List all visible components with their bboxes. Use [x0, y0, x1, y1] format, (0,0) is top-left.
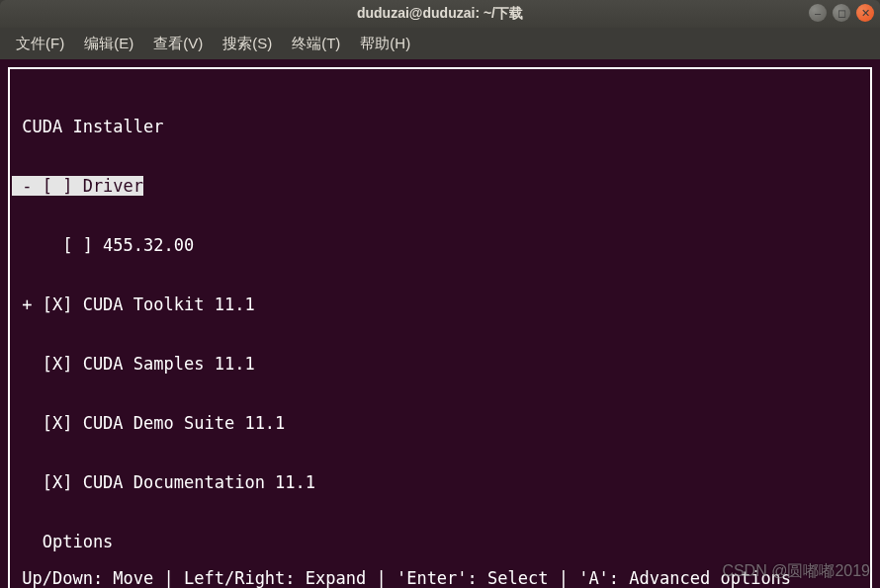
item-cuda-samples[interactable]: [X] CUDA Samples 11.1 — [12, 354, 868, 374]
terminal-area[interactable]: CUDA Installer - [ ] Driver [ ] 455.32.0… — [0, 59, 880, 588]
close-icon[interactable]: ✕ — [856, 4, 874, 22]
item-options[interactable]: Options — [12, 532, 868, 551]
item-driver-version[interactable]: [ ] 455.32.00 — [12, 235, 868, 255]
item-cuda-toolkit[interactable]: + [X] CUDA Toolkit 11.1 — [12, 294, 868, 314]
installer-frame: CUDA Installer - [ ] Driver [ ] 455.32.0… — [8, 67, 872, 588]
item-cuda-documentation[interactable]: [X] CUDA Documentation 11.1 — [12, 472, 868, 492]
menu-help[interactable]: 帮助(H) — [352, 31, 418, 57]
menu-search[interactable]: 搜索(S) — [215, 31, 280, 57]
item-driver[interactable]: - [ ] Driver — [12, 176, 868, 196]
maximize-icon[interactable]: ◻ — [833, 4, 850, 22]
menu-view[interactable]: 查看(V) — [145, 31, 211, 57]
menu-edit[interactable]: 编辑(E) — [76, 31, 141, 57]
installer-tui[interactable]: CUDA Installer - [ ] Driver [ ] 455.32.0… — [12, 77, 868, 588]
minimize-icon[interactable]: – — [809, 4, 827, 22]
item-cuda-demo-suite[interactable]: [X] CUDA Demo Suite 11.1 — [12, 413, 868, 433]
item-driver-highlight: - [ ] Driver — [12, 176, 143, 196]
menu-terminal[interactable]: 终端(T) — [284, 31, 348, 57]
window-titlebar: duduzai@duduzai: ~/下载 – ◻ ✕ — [0, 0, 880, 28]
installer-footer-hints: Up/Down: Move | Left/Right: Expand | 'En… — [12, 568, 868, 588]
installer-header: CUDA Installer — [12, 117, 868, 136]
window-controls: – ◻ ✕ — [809, 4, 874, 22]
menu-file[interactable]: 文件(F) — [8, 31, 72, 57]
menu-bar: 文件(F) 编辑(E) 查看(V) 搜索(S) 终端(T) 帮助(H) — [0, 28, 880, 59]
window-title: duduzai@duduzai: ~/下载 — [357, 5, 523, 23]
